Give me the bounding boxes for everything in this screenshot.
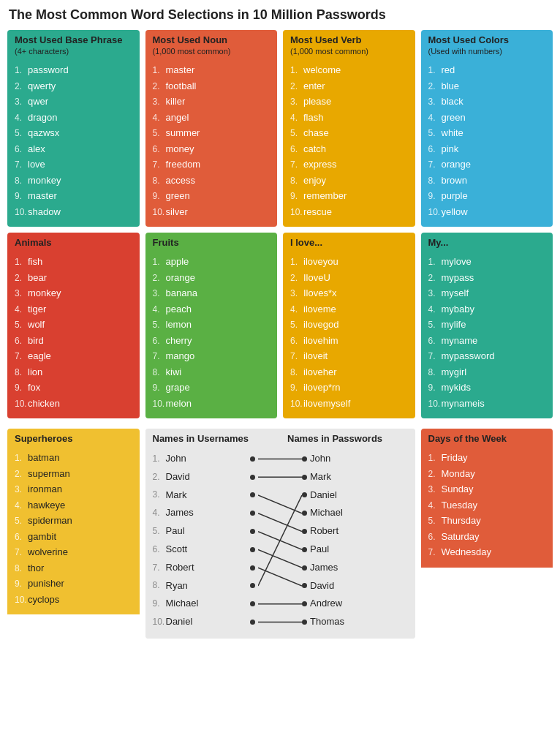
list-item: chase [290, 125, 408, 141]
section-list-colors: red blue black green white pink orange b… [421, 59, 553, 227]
section-nouns: Most Used Noun(1,000 most common) master… [145, 30, 278, 227]
svg-line-7 [258, 495, 302, 586]
section-ilove: I love... iloveyou IloveU Iloves*x ilove… [283, 233, 415, 418]
list-item: mylife [428, 317, 546, 333]
list-item: lion [15, 364, 132, 380]
names-right-col: John Mark Daniel Michael Robert Paul Jam… [302, 447, 415, 639]
list-item: qwerty [15, 78, 132, 94]
list-item: blue [428, 78, 546, 94]
list-item: green [428, 110, 546, 126]
names-username-header: Names in Usernames [145, 429, 281, 447]
list-item: catch [290, 141, 408, 157]
list-item: Paul [302, 541, 408, 559]
list-item: James [302, 559, 408, 577]
list-item: ilovep*rn [290, 380, 408, 396]
list-item: IloveU [290, 270, 408, 286]
list-item: mynameis [428, 396, 546, 412]
list-item: access [153, 173, 270, 189]
list-item: dragon [15, 110, 132, 126]
list-item: iloveme [290, 301, 408, 317]
svg-line-5 [258, 549, 302, 568]
list-item: orange [428, 157, 546, 173]
section-header-base-phrase: Most Used Base Phrase(4+ characters) [7, 30, 140, 59]
list-item: punisher [15, 576, 132, 592]
section-header-nouns: Most Used Noun(1,000 most common) [145, 30, 278, 59]
list-item: David [302, 577, 408, 595]
list-item: eagle [15, 348, 132, 364]
list-item: spiderman [15, 513, 132, 529]
section-header-colors: Most Used Colors(Used with numbers) [421, 30, 553, 59]
list-item: iloveit [290, 348, 408, 364]
list-item: iloveher [290, 364, 408, 380]
list-item: Tuesday [428, 497, 546, 513]
list-item: Monday [428, 466, 546, 482]
list-item: welcome [290, 62, 408, 78]
list-item: freedom [153, 157, 270, 173]
list-item: ilovehim [290, 333, 408, 349]
list-item: mypassword [428, 348, 546, 364]
list-item: batman [15, 450, 132, 466]
list-item: kiwi [153, 364, 270, 380]
section-animals: Animals fish bear monkey tiger wolf bird… [7, 233, 140, 418]
section-list-ilove: iloveyou IloveU Iloves*x iloveme ilovego… [283, 251, 415, 418]
list-item: Thursday [428, 513, 546, 529]
list-item: myself [428, 285, 546, 301]
list-item: 9.Michael [153, 595, 259, 613]
list-item: monkey [15, 285, 132, 301]
list-item: mango [153, 348, 270, 364]
section-list-base-phrase: password qwerty qwer dragon qazwsx alex … [7, 59, 140, 227]
top-grid: Most Used Base Phrase(4+ characters) pas… [0, 27, 560, 426]
list-item: shadow [15, 204, 132, 220]
list-item: qazwsx [15, 125, 132, 141]
list-item: Saturday [428, 529, 546, 545]
list-item: password [15, 62, 132, 78]
section-list-animals: fish bear monkey tiger wolf bird eagle l… [7, 251, 140, 418]
list-item: bear [15, 270, 132, 286]
list-item: grape [153, 380, 270, 396]
list-item: white [428, 125, 546, 141]
names-password-header: Names in Passwords [280, 429, 415, 447]
list-item: angel [153, 110, 270, 126]
list-item: mylove [428, 254, 546, 270]
list-item: green [153, 188, 270, 204]
list-item: silver [153, 204, 270, 220]
section-header-days: Days of the Week [421, 429, 553, 447]
svg-line-3 [258, 513, 302, 532]
list-item: John [302, 450, 408, 468]
list-item: yellow [428, 204, 546, 220]
list-item: ilovegod [290, 317, 408, 333]
list-item: cyclops [15, 592, 132, 608]
list-item: mypass [428, 270, 546, 286]
list-item: tiger [15, 301, 132, 317]
bottom-grid: Superheroes batman superman ironman hawk… [0, 426, 560, 646]
list-item: Thomas [302, 613, 408, 631]
list-item: superman [15, 466, 132, 482]
list-item: black [428, 94, 546, 110]
svg-line-2 [258, 495, 302, 513]
list-item: flash [290, 110, 408, 126]
section-list-fruits: apple orange banana peach lemon cherry m… [145, 251, 278, 418]
section-list-my: mylove mypass myself mybaby mylife mynam… [421, 251, 553, 418]
list-item: 1.John [153, 450, 259, 468]
list-item: fox [15, 380, 132, 396]
list-item: iloveyou [290, 254, 408, 270]
names-headers: Names in Usernames Names in Passwords [145, 429, 415, 447]
list-item: fish [15, 254, 132, 270]
page-title: The Most Common Word Selections in 10 Mi… [0, 0, 560, 27]
list-item: Daniel [302, 486, 408, 505]
list-item: please [290, 94, 408, 110]
list-item: chicken [15, 396, 132, 412]
list-item: Friday [428, 450, 546, 466]
list-item: Michael [302, 504, 408, 522]
list-item: orange [153, 270, 270, 286]
list-item: bird [15, 333, 132, 349]
list-item: 5.Paul [153, 522, 259, 541]
list-item: 8.Ryan [153, 577, 259, 595]
names-content: 1.John 2.David 3.Mark 4.James 5.Paul 6.S… [145, 447, 415, 639]
section-base-phrase: Most Used Base Phrase(4+ characters) pas… [7, 30, 140, 227]
list-item: rescue [290, 204, 408, 220]
list-item: qwer [15, 94, 132, 110]
names-connector [258, 447, 302, 639]
list-item: mykids [428, 380, 546, 396]
svg-line-6 [258, 568, 302, 586]
